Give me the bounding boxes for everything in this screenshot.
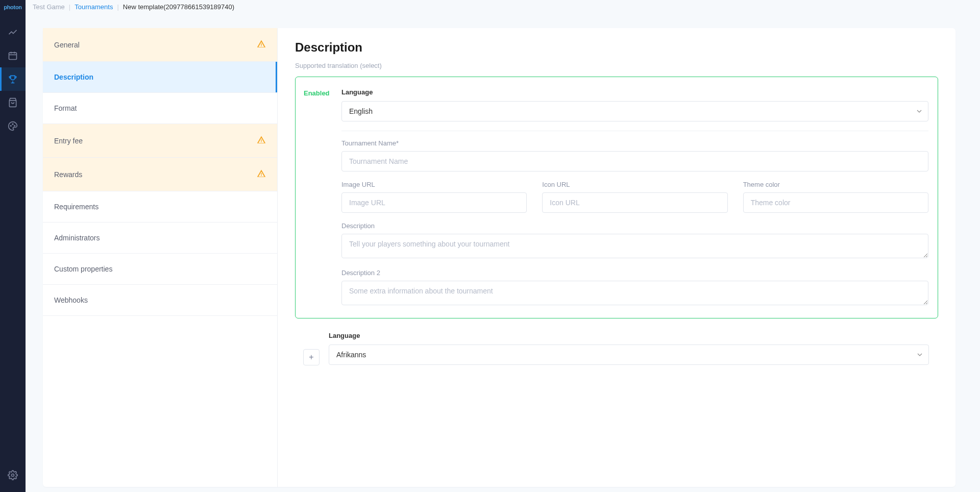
theme-color-input[interactable] — [743, 192, 928, 213]
sidebar-item-label: Requirements — [54, 203, 99, 211]
sidebar-item-label: Administrators — [54, 234, 100, 242]
sidebar-item-label: Format — [54, 104, 77, 112]
sidebar-item-label: Webhooks — [54, 296, 88, 304]
description-label: Description — [341, 222, 928, 230]
svg-point-7 — [12, 474, 14, 477]
trophy-icon — [8, 74, 18, 84]
warning-icon — [257, 135, 266, 146]
sidebar-item-administrators[interactable]: Administrators — [43, 223, 277, 254]
image-url-label: Image URL — [341, 181, 527, 188]
svg-point-4 — [10, 126, 11, 127]
warning-icon — [257, 39, 266, 50]
shopping-bag-icon — [8, 97, 18, 108]
nav-settings[interactable] — [0, 463, 26, 487]
sidebar-item-label: Entry fee — [54, 137, 83, 145]
tournament-name-label: Tournament Name* — [341, 139, 928, 147]
add-language-select[interactable]: Afrikanns — [329, 345, 929, 365]
sidebar-item-entry-fee[interactable]: Entry fee — [43, 124, 277, 158]
svg-point-6 — [14, 126, 15, 127]
enabled-badge: Enabled — [304, 88, 332, 307]
svg-rect-0 — [9, 53, 17, 59]
image-url-input[interactable] — [341, 192, 527, 213]
sidebar-item-label: General — [54, 41, 80, 49]
svg-point-5 — [12, 124, 13, 125]
sidebar-item-general[interactable]: General — [43, 28, 277, 62]
warning-icon — [257, 169, 266, 180]
logo: photon — [4, 4, 21, 10]
sidebar-item-description[interactable]: Description — [43, 62, 277, 93]
breadcrumb-sep: | — [117, 3, 118, 11]
gear-icon — [8, 470, 18, 480]
sidebar-item-custom-properties[interactable]: Custom properties — [43, 254, 277, 285]
icon-url-input[interactable] — [542, 192, 727, 213]
sidebar-item-label: Custom properties — [54, 265, 112, 273]
divider — [341, 131, 928, 131]
theme-color-label: Theme color — [743, 181, 928, 188]
breadcrumb-game[interactable]: Test Game — [33, 3, 65, 11]
page-title: Description — [295, 40, 938, 55]
page-subtitle: Supported translation (select) — [295, 62, 938, 69]
breadcrumb: Test Game | Tournaments | New template(2… — [26, 0, 980, 14]
description-textarea[interactable] — [341, 234, 928, 258]
description2-label: Description 2 — [341, 269, 928, 277]
add-language-card: + Language Afrikanns — [295, 329, 938, 375]
add-language-label: Language — [329, 332, 929, 339]
language-label: Language — [341, 88, 928, 96]
section-sidebar: GeneralDescriptionFormatEntry feeRewards… — [43, 28, 278, 487]
nav-tournaments[interactable] — [0, 67, 26, 91]
tournament-name-input[interactable] — [341, 151, 928, 171]
calendar-icon — [8, 51, 18, 61]
nav-store[interactable] — [0, 91, 26, 114]
sidebar-item-format[interactable]: Format — [43, 93, 277, 124]
nav-theme[interactable] — [0, 114, 26, 138]
nav-rail: photon — [0, 0, 26, 492]
analytics-icon — [8, 27, 18, 37]
breadcrumb-sep: | — [69, 3, 70, 11]
sidebar-item-requirements[interactable]: Requirements — [43, 191, 277, 223]
language-select[interactable]: English — [341, 101, 928, 121]
description2-textarea[interactable] — [341, 281, 928, 305]
palette-icon — [8, 121, 18, 131]
form-area: Description Supported translation (selec… — [278, 28, 955, 487]
add-language-button[interactable]: + — [303, 349, 320, 365]
nav-analytics[interactable] — [0, 20, 26, 44]
sidebar-item-label: Description — [54, 73, 93, 81]
breadcrumb-current: New template(209778661539189740) — [123, 3, 234, 11]
icon-url-label: Icon URL — [542, 181, 727, 188]
sidebar-item-label: Rewards — [54, 170, 82, 179]
enabled-language-card: Enabled Language English Tournament Name… — [295, 77, 938, 318]
breadcrumb-section[interactable]: Tournaments — [75, 3, 113, 11]
sidebar-item-rewards[interactable]: Rewards — [43, 158, 277, 191]
nav-calendar[interactable] — [0, 44, 26, 67]
sidebar-item-webhooks[interactable]: Webhooks — [43, 285, 277, 316]
